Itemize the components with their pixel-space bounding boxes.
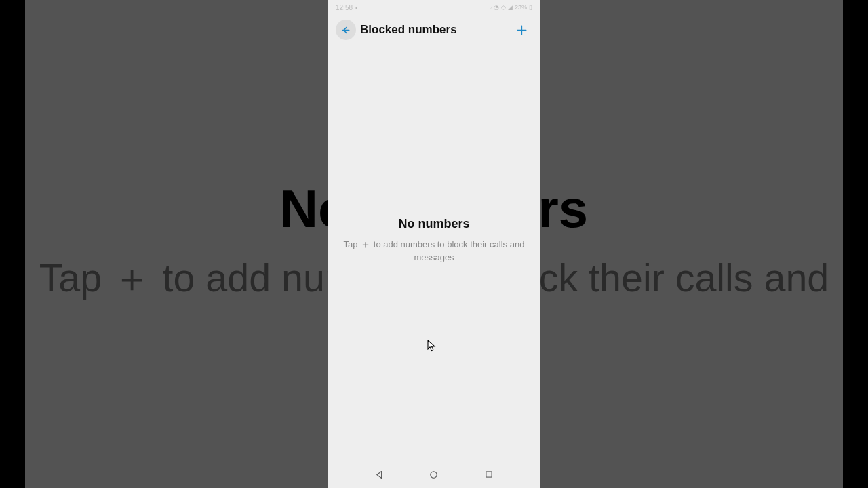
empty-state: No numbers Tap ＋ to add numbers to block… (328, 18, 540, 464)
square-recent-icon (484, 470, 494, 479)
triangle-back-icon (374, 470, 384, 480)
status-time: 12:58 (336, 4, 353, 12)
status-bar: 12:58 ▪ ▫ ◔ ◇ ◢ 23% ▯ (328, 0, 540, 15)
signal-icon: ◢ (508, 4, 513, 11)
android-nav-bar (328, 464, 540, 488)
wifi-icon: ◇ (501, 4, 506, 11)
battery-icon: ▯ (529, 4, 532, 11)
nav-back-button[interactable] (372, 468, 386, 481)
phone-frame: 12:58 ▪ ▫ ◔ ◇ ◢ 23% ▯ Blocked numbers (328, 0, 540, 488)
battery-text: 23% (515, 4, 527, 11)
empty-sub-suffix: to add numbers to block their calls and … (371, 239, 524, 262)
nav-home-button[interactable] (427, 468, 441, 481)
circle-home-icon (429, 470, 439, 480)
letterbox-left (0, 0, 25, 488)
status-bar-left: 12:58 ▪ (336, 4, 358, 12)
nav-recent-button[interactable] (482, 468, 496, 481)
svg-rect-5 (486, 472, 492, 477)
camera-indicator-icon: ▪ (355, 4, 358, 12)
svg-marker-3 (377, 471, 382, 478)
letterbox-right (843, 0, 868, 488)
empty-sub-prefix: Tap (344, 239, 361, 249)
svg-point-4 (431, 471, 437, 477)
plus-inline-icon: ＋ (360, 237, 371, 252)
empty-state-subtitle: Tap ＋ to add numbers to block their call… (340, 236, 528, 264)
empty-state-title: No numbers (398, 217, 469, 231)
vibrate-icon: ▫ (490, 4, 492, 11)
alarm-icon: ◔ (494, 4, 499, 11)
status-bar-right: ▫ ◔ ◇ ◢ 23% ▯ (490, 4, 532, 11)
